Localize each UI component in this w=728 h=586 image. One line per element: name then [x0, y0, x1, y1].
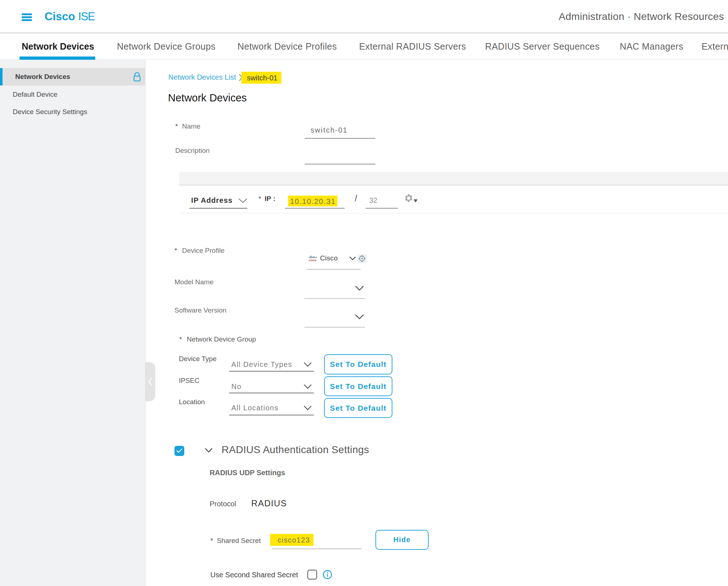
svg-text:cisco: cisco: [309, 259, 316, 261]
